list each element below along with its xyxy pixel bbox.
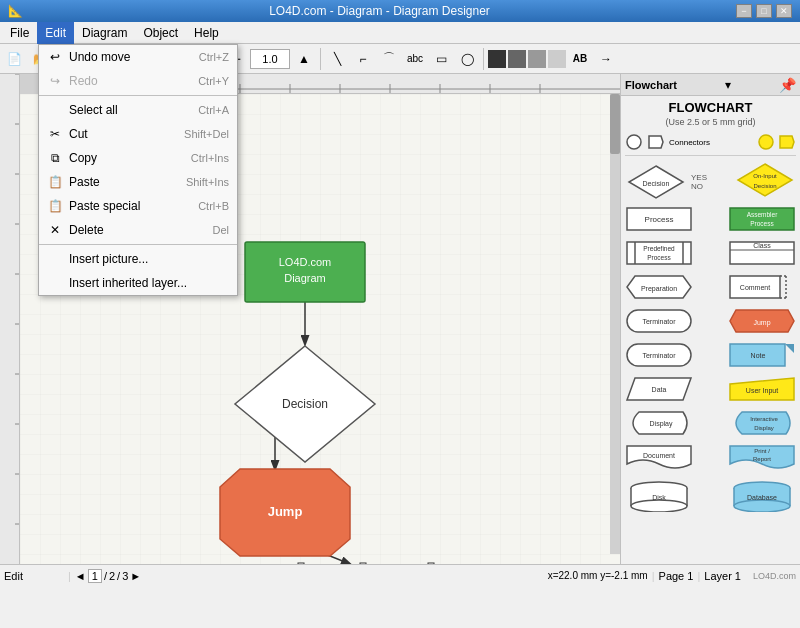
page-nav-prev[interactable]: ◄ (75, 570, 86, 582)
panel-pin-icon[interactable]: 📌 (779, 77, 796, 93)
select-all-shortcut: Ctrl+A (198, 104, 229, 116)
svg-text:Decision: Decision (282, 397, 328, 411)
process-shape[interactable]: Process (625, 206, 693, 235)
connectors-right (757, 133, 796, 151)
arrow-button[interactable]: → (594, 47, 618, 71)
document-shape[interactable]: Document (625, 444, 693, 475)
page-4-tab[interactable]: / (117, 570, 120, 582)
svg-point-35 (627, 135, 641, 149)
circle-connector[interactable] (625, 133, 643, 151)
selection-handle[interactable] (428, 563, 434, 564)
maximize-button[interactable]: □ (756, 4, 772, 18)
menu-paste-special[interactable]: 📋 Paste special Ctrl+B (39, 194, 237, 218)
ab-button[interactable]: AB (568, 47, 592, 71)
svg-text:Jump: Jump (753, 319, 770, 327)
svg-text:On-Input: On-Input (753, 173, 777, 179)
svg-text:Terminator: Terminator (642, 352, 676, 359)
menu-insert-picture[interactable]: Insert picture... (39, 247, 237, 271)
panel-dropdown-icon[interactable]: ▾ (725, 78, 731, 92)
menu-file[interactable]: File (2, 22, 37, 44)
menu-diagram[interactable]: Diagram (74, 22, 135, 44)
svg-text:Process: Process (750, 220, 774, 227)
delete-icon: ✕ (47, 223, 63, 237)
page-5-tab[interactable]: 3 (122, 570, 128, 582)
redo-shortcut: Ctrl+Y (198, 75, 229, 87)
paste-label: Paste (69, 175, 180, 189)
terminator-shape[interactable]: Terminator (625, 308, 693, 337)
no-label: NO (691, 182, 703, 191)
connectors-label: Connectors (669, 138, 710, 147)
print-report-shape[interactable]: Print / Report (728, 444, 796, 475)
scale-up-button[interactable]: ▲ (292, 47, 316, 71)
menu-edit[interactable]: Edit (37, 22, 74, 44)
yellow-circle-connector[interactable] (757, 133, 775, 151)
connectors-section: Connectors (625, 133, 710, 151)
menu-copy[interactable]: ⧉ Copy Ctrl+Ins (39, 146, 237, 170)
database-shape[interactable]: Database (728, 480, 796, 515)
menu-delete[interactable]: ✕ Delete Del (39, 218, 237, 242)
close-button[interactable]: ✕ (776, 4, 792, 18)
arrow-connector[interactable] (647, 133, 665, 151)
user-input-shape[interactable]: User Input (728, 376, 796, 405)
bend-tool[interactable]: ⌐ (351, 47, 375, 71)
page-3-tab[interactable]: 2 (109, 570, 115, 582)
color1-button[interactable] (488, 50, 506, 68)
menu-object[interactable]: Object (135, 22, 186, 44)
menu-paste[interactable]: 📋 Paste Shift+Ins (39, 170, 237, 194)
on-input-decision-shape[interactable]: On-Input Decision (734, 162, 796, 201)
svg-text:Note: Note (751, 352, 766, 359)
selection-handle[interactable] (298, 563, 304, 564)
color3-button[interactable] (528, 50, 546, 68)
jump-shape[interactable]: Jump (728, 308, 796, 337)
interactive-display-shape[interactable]: Interactive Display (728, 410, 796, 439)
class-shape[interactable]: Class (728, 240, 796, 269)
svg-text:Display: Display (754, 425, 774, 431)
svg-text:Decision: Decision (643, 180, 670, 187)
text-tool[interactable]: abc (403, 47, 427, 71)
svg-point-93 (734, 500, 790, 512)
assembler-process-shape[interactable]: Assembler Process (728, 206, 796, 235)
terminator-shape-2[interactable]: Terminator (625, 342, 693, 371)
line-tool[interactable]: ╲ (325, 47, 349, 71)
curve-tool[interactable]: ⌒ (377, 47, 401, 71)
menu-insert-layer[interactable]: Insert inherited layer... (39, 271, 237, 295)
color4-button[interactable] (548, 50, 566, 68)
menu-help[interactable]: Help (186, 22, 227, 44)
page-2-tab[interactable]: / (104, 570, 107, 582)
svg-rect-33 (610, 94, 620, 554)
page-nav-next[interactable]: ► (130, 570, 141, 582)
predefined-process-shape[interactable]: Predefined Process (625, 240, 693, 269)
redo-label: Redo (69, 74, 192, 88)
menu-undo[interactable]: ↩ Undo move Ctrl+Z (39, 45, 237, 69)
yellow-pentagon-connector[interactable] (778, 133, 796, 151)
display-shape[interactable]: Display (625, 410, 693, 439)
menu-cut[interactable]: ✂ Cut Shift+Del (39, 122, 237, 146)
svg-text:Process: Process (645, 215, 674, 224)
paste-special-label: Paste special (69, 199, 192, 213)
delete-label: Delete (69, 223, 206, 237)
svg-text:Disk: Disk (652, 494, 666, 501)
svg-marker-41 (738, 164, 792, 196)
loud-logo: LO4D.com (753, 571, 796, 581)
disk-shape[interactable]: Disk (625, 480, 693, 515)
color2-button[interactable] (508, 50, 526, 68)
menu-select-all[interactable]: Select all Ctrl+A (39, 98, 237, 122)
new-button[interactable]: 📄 (2, 47, 26, 71)
preparation-shape[interactable]: Preparation (625, 274, 693, 303)
statusbar-coords: x=22.0 mm y=-2.1 mm (548, 570, 648, 581)
decision-shape-left[interactable]: Decision (625, 164, 687, 200)
comment-shape[interactable]: Comment (728, 274, 796, 303)
data-shape[interactable]: Data (625, 376, 693, 405)
panel-row-disk: Disk Database (625, 480, 796, 515)
scale-input[interactable] (250, 49, 290, 69)
selection-handle[interactable] (360, 563, 366, 564)
rect-tool[interactable]: ▭ (429, 47, 453, 71)
minimize-button[interactable]: − (736, 4, 752, 18)
undo-icon: ↩ (47, 50, 63, 64)
statusbar: Edit | ◄ 1 / 2 / 3 ► x=22.0 mm y=-2.1 mm… (0, 564, 800, 586)
ellipse-tool[interactable]: ◯ (455, 47, 479, 71)
note-shape[interactable]: Note (728, 342, 796, 371)
page-1-tab[interactable]: 1 (88, 569, 102, 583)
menu-redo[interactable]: ↪ Redo Ctrl+Y (39, 69, 237, 93)
svg-text:Document: Document (643, 452, 675, 459)
